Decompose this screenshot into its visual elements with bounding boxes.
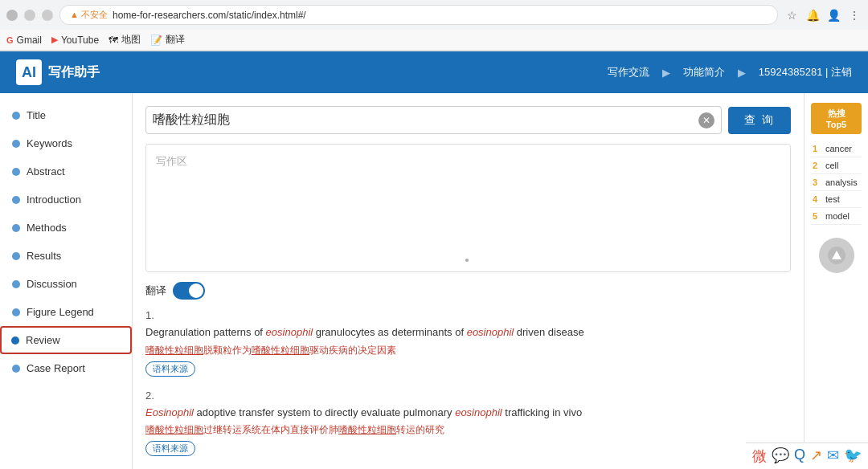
profile-icon[interactable]: 👤 xyxy=(826,8,841,22)
result-title-2: Eosinophil adoptive transfer system to d… xyxy=(145,405,791,421)
bookmark-gmail[interactable]: G Gmail xyxy=(6,35,42,46)
bottom-social-bar: 微 💬 Q ↗ ✉ 🐦 xyxy=(746,442,868,469)
top5-item-1[interactable]: 1 cancer xyxy=(811,141,862,157)
sidebar-dot-methods xyxy=(12,224,20,232)
translate-icon-bookmark: 📝 xyxy=(150,35,162,46)
sidebar-label-abstract: Abstract xyxy=(27,165,65,177)
top5-item-3[interactable]: 3 analysis xyxy=(811,174,862,191)
share-icon[interactable]: ↗ xyxy=(810,447,822,466)
top5-rank-3: 3 xyxy=(813,177,822,187)
address-bar[interactable]: ▲ 不安全 home-for-researchers.com/static/in… xyxy=(59,5,778,25)
top5-item-2[interactable]: 2 cell xyxy=(811,157,862,174)
nav-writing-exchange[interactable]: 写作交流 xyxy=(608,65,649,80)
result-translation-1-em2: 嗜酸性粒细胞 xyxy=(252,345,309,356)
translate-toggle[interactable] xyxy=(173,282,205,300)
sidebar-label-results: Results xyxy=(27,250,61,262)
result-translation-2-part2: 转运的研究 xyxy=(396,424,444,435)
search-clear-btn[interactable]: ✕ xyxy=(698,112,714,128)
result-title-1-em2: eosinophil xyxy=(467,326,514,338)
twitter-icon[interactable]: 🐦 xyxy=(844,447,862,466)
result-translation-2-em2: 嗜酸性粒细胞 xyxy=(338,424,396,435)
result-number-1: 1. xyxy=(145,309,791,321)
sidebar-item-figure-legend[interactable]: Figure Legend xyxy=(0,298,132,326)
bookmarks-bar: G Gmail ▶ YouTube 🗺 地图 📝 翻译 xyxy=(0,30,868,51)
scroll-up-button[interactable] xyxy=(819,238,854,273)
security-warning: ▲ 不安全 xyxy=(70,9,108,21)
source-badge-1[interactable]: 语料来源 xyxy=(145,361,195,377)
top5-text-3: analysis xyxy=(825,177,858,187)
bookmark-translate-label: 翻译 xyxy=(166,33,185,47)
result-translation-1-em1: 嗜酸性粒细胞 xyxy=(145,345,203,356)
app-header: AI 写作助手 写作交流 ▶ 功能简介 ▶ 15924385281 | 注销 xyxy=(0,51,868,93)
top5-rank-5: 5 xyxy=(813,211,822,221)
sidebar: Title Keywords Abstract Introduction Met… xyxy=(0,93,133,469)
browser-toolbar: ▲ 不安全 home-for-researchers.com/static/in… xyxy=(0,0,868,30)
top5-text-5: model xyxy=(825,211,850,221)
result-title-2-em2: eosinophil xyxy=(455,406,502,418)
sidebar-label-case-report: Case Report xyxy=(27,362,85,374)
search-button[interactable]: 查 询 xyxy=(728,107,791,134)
result-number-2: 2. xyxy=(145,389,791,402)
sidebar-item-abstract[interactable]: Abstract xyxy=(0,157,132,186)
writing-area[interactable]: 写作区 xyxy=(145,144,791,272)
bookmark-youtube[interactable]: ▶ YouTube xyxy=(51,35,99,46)
result-item-2: 2. Eosinophil adoptive transfer system t… xyxy=(145,389,791,457)
browser-chrome: ▲ 不安全 home-for-researchers.com/static/in… xyxy=(0,0,868,51)
bookmark-youtube-label: YouTube xyxy=(61,35,99,46)
bookmark-translate[interactable]: 📝 翻译 xyxy=(150,33,185,47)
top5-rank-2: 2 xyxy=(813,161,822,170)
app-container: AI 写作助手 写作交流 ▶ 功能简介 ▶ 15924385281 | 注销 T… xyxy=(0,51,868,469)
email-icon[interactable]: ✉ xyxy=(827,447,839,466)
sidebar-dot-abstract xyxy=(12,168,20,176)
sidebar-item-methods[interactable]: Methods xyxy=(0,214,132,242)
top5-item-4[interactable]: 4 test xyxy=(811,191,862,208)
sidebar-dot-figure-legend xyxy=(12,308,20,316)
sidebar-dot-case-report xyxy=(12,365,20,373)
wechat-icon[interactable]: 💬 xyxy=(772,447,789,466)
search-input-wrapper: 嗜酸性粒细胞 ✕ xyxy=(145,106,722,134)
browser-refresh-btn[interactable] xyxy=(42,10,53,21)
nav-account[interactable]: 15924385281 | 注销 xyxy=(759,65,852,80)
sidebar-item-case-report[interactable]: Case Report xyxy=(0,354,132,382)
sidebar-item-results[interactable]: Results xyxy=(0,242,132,270)
sidebar-label-discussion: Discussion xyxy=(27,278,77,290)
source-badge-2[interactable]: 语料来源 xyxy=(145,441,195,456)
browser-forward-btn[interactable] xyxy=(24,10,35,21)
sidebar-item-discussion[interactable]: Discussion xyxy=(0,270,132,298)
header-logo: AI 写作助手 xyxy=(16,59,100,85)
sidebar-item-introduction[interactable]: Introduction xyxy=(0,186,132,214)
bookmark-maps-label: 地图 xyxy=(121,33,141,47)
sidebar-item-title[interactable]: Title xyxy=(0,101,132,129)
sidebar-label-methods: Methods xyxy=(27,222,67,234)
sidebar-label-introduction: Introduction xyxy=(27,194,81,206)
result-translation-2-part1: 过继转运系统在体内直接评价肺 xyxy=(203,424,338,435)
maps-icon: 🗺 xyxy=(108,35,118,46)
bookmark-maps[interactable]: 🗺 地图 xyxy=(108,33,141,47)
translate-row: 翻译 xyxy=(145,282,791,300)
result-title-1-part3: driven disease xyxy=(514,326,583,338)
menu-icon[interactable]: ⋮ xyxy=(847,8,862,22)
top5-text-1: cancer xyxy=(825,144,852,153)
sidebar-item-keywords[interactable]: Keywords xyxy=(0,129,132,157)
logo-icon: AI xyxy=(16,59,42,85)
sidebar-item-review[interactable]: Review xyxy=(0,326,132,354)
app-title: 写作助手 xyxy=(48,64,100,81)
nav-features[interactable]: 功能简介 xyxy=(683,65,725,80)
sidebar-label-title: Title xyxy=(27,109,46,121)
youtube-icon: ▶ xyxy=(51,35,58,45)
nav-sep-1: ▶ xyxy=(662,67,670,79)
sidebar-label-figure-legend: Figure Legend xyxy=(27,306,94,318)
qq-icon[interactable]: Q xyxy=(794,447,805,466)
result-title-2-part2: trafficking in vivo xyxy=(502,406,582,418)
weibo-icon[interactable]: 微 xyxy=(752,447,767,466)
browser-back-btn[interactable] xyxy=(6,10,18,21)
result-translation-2-em1: 嗜酸性粒细胞 xyxy=(145,424,203,435)
top5-item-5[interactable]: 5 model xyxy=(811,208,862,225)
result-title-2-em1: Eosinophil xyxy=(145,406,194,418)
sidebar-dot-discussion xyxy=(12,280,20,288)
gmail-icon: G xyxy=(6,35,14,45)
result-translation-2: 嗜酸性粒细胞过继转运系统在体内直接评价肺嗜酸性粒细胞转运的研究 xyxy=(145,422,791,437)
bell-icon[interactable]: 🔔 xyxy=(805,8,820,22)
star-icon[interactable]: ☆ xyxy=(784,8,799,22)
result-title-1-part2: granulocytes as determinants of xyxy=(313,326,467,338)
